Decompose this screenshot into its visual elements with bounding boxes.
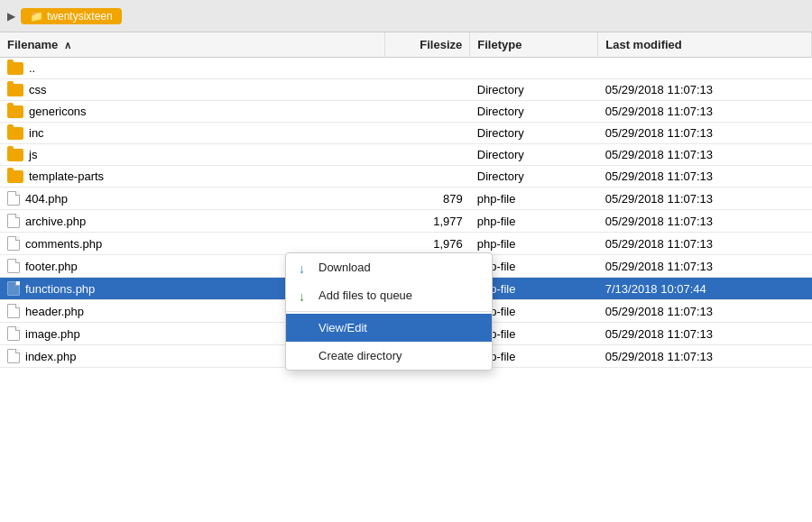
context-menu-label: View/Edit: [318, 321, 367, 334]
context-menu-item-view/edit[interactable]: View/Edit: [286, 314, 492, 342]
cell-lastmod: 05/29/2018 11:07:13: [598, 255, 812, 278]
filename-label: header.php: [25, 305, 84, 318]
cell-lastmod: 05/29/2018 11:07:13: [598, 123, 812, 144]
cell-lastmod: 05/29/2018 11:07:13: [598, 323, 812, 345]
file-icon: [7, 214, 20, 228]
filename-label: css: [29, 83, 47, 96]
cell-filesize: [384, 101, 470, 123]
file-icon: [7, 236, 20, 251]
cell-lastmod: 05/29/2018 11:07:13: [598, 166, 812, 188]
table-row[interactable]: archive.php 1,977 php-file 05/29/2018 11…: [0, 210, 812, 233]
col-filename[interactable]: Filename ∧: [0, 32, 384, 58]
cell-lastmod: 05/29/2018 11:07:13: [598, 300, 812, 323]
cell-filetype: php-file: [470, 210, 598, 233]
table-header-row: Filename ∧ Filesize Filetype Last modifi…: [0, 32, 812, 58]
folder-badge[interactable]: 📁 twentysixteen: [21, 8, 122, 24]
table-row[interactable]: js Directory 05/29/2018 11:07:13: [0, 144, 812, 166]
cell-lastmod: 05/29/2018 11:07:13: [598, 101, 812, 123]
table-row[interactable]: css Directory 05/29/2018 11:07:13: [0, 79, 812, 101]
filename-label: ..: [29, 61, 35, 75]
filename-label: footer.php: [25, 260, 78, 273]
cell-filesize: [384, 123, 470, 144]
cell-filename: template-parts: [0, 166, 384, 188]
cell-filesize: 1,976: [384, 233, 470, 255]
filename-label: js: [29, 148, 37, 161]
folder-name: twentysixteen: [47, 10, 113, 23]
context-menu: DownloadAdd files to queueView/EditCreat…: [285, 252, 493, 371]
table-row[interactable]: comments.php 1,976 php-file 05/29/2018 1…: [0, 233, 812, 255]
cell-filename: 404.php: [0, 188, 384, 210]
table-row[interactable]: ..: [0, 58, 812, 79]
file-icon: [7, 281, 20, 296]
cell-filetype: Directory: [470, 144, 598, 166]
context-menu-label: Add files to queue: [318, 288, 412, 302]
cell-lastmod: 05/29/2018 11:07:13: [598, 144, 812, 166]
filename-label: index.php: [25, 350, 76, 363]
cell-filesize: 1,977: [384, 210, 470, 233]
filename-label: functions.php: [25, 282, 95, 296]
context-menu-label: Create directory: [318, 349, 401, 362]
cell-filesize: [384, 58, 470, 79]
cell-filesize: [384, 79, 470, 101]
cell-filename: comments.php: [0, 233, 384, 255]
folder-icon: [7, 84, 23, 96]
cell-filesize: [384, 144, 470, 166]
folder-icon: [7, 62, 23, 75]
file-icon: [7, 326, 20, 341]
context-menu-item-add-files-to-queue[interactable]: Add files to queue: [286, 281, 492, 309]
table-row[interactable]: 404.php 879 php-file 05/29/2018 11:07:13: [0, 188, 812, 210]
context-menu-label: Download: [318, 261, 371, 274]
cell-filename: ..: [0, 58, 384, 79]
col-lastmod[interactable]: Last modified: [598, 32, 812, 58]
tree-arrow-icon: ▶: [7, 10, 15, 23]
filename-label: inc: [29, 126, 44, 140]
cell-filetype: Directory: [470, 79, 598, 101]
cell-filetype: Directory: [470, 123, 598, 144]
cell-filesize: [384, 166, 470, 188]
folder-icon: [7, 105, 23, 118]
cell-filesize: 879: [384, 188, 470, 210]
table-row[interactable]: inc Directory 05/29/2018 11:07:13: [0, 123, 812, 144]
filename-label: template-parts: [29, 169, 104, 183]
folder-icon: [7, 149, 23, 161]
cell-lastmod: [598, 58, 812, 79]
file-icon: [7, 259, 20, 273]
cell-filename: archive.php: [0, 210, 384, 233]
cell-lastmod: 05/29/2018 11:07:13: [598, 210, 812, 233]
filename-label: comments.php: [25, 237, 102, 251]
filename-label: 404.php: [25, 192, 68, 206]
table-row[interactable]: genericons Directory 05/29/2018 11:07:13: [0, 101, 812, 123]
filename-label: archive.php: [25, 215, 86, 228]
filename-label: genericons: [29, 105, 87, 118]
top-bar: ▶ 📁 twentysixteen: [0, 0, 812, 32]
cell-filetype: php-file: [470, 188, 598, 210]
filename-label: image.php: [25, 327, 80, 341]
cell-lastmod: 7/13/2018 10:07:44: [598, 278, 812, 300]
cell-filetype: php-file: [470, 233, 598, 255]
cell-filetype: Directory: [470, 166, 598, 188]
file-icon: [7, 191, 20, 206]
folder-icon: [7, 127, 23, 140]
cell-filetype: [470, 58, 598, 79]
table-row[interactable]: template-parts Directory 05/29/2018 11:0…: [0, 166, 812, 188]
sort-arrow-icon: ∧: [64, 40, 71, 50]
col-filetype[interactable]: Filetype: [470, 32, 598, 58]
cell-filename: css: [0, 79, 384, 101]
file-icon: [7, 349, 20, 363]
cell-filename: js: [0, 144, 384, 166]
cell-lastmod: 05/29/2018 11:07:13: [598, 233, 812, 255]
cell-filename: genericons: [0, 101, 384, 123]
cell-lastmod: 05/29/2018 11:07:13: [598, 188, 812, 210]
cell-filetype: Directory: [470, 101, 598, 123]
context-menu-item-create-directory[interactable]: Create directory: [286, 342, 492, 370]
file-browser-container: Filename ∧ Filesize Filetype Last modifi…: [0, 32, 812, 522]
context-menu-item-download[interactable]: Download: [286, 253, 492, 281]
cell-lastmod: 05/29/2018 11:07:13: [598, 345, 812, 368]
col-filesize[interactable]: Filesize: [384, 32, 470, 58]
folder-icon: [7, 170, 23, 183]
file-icon: [7, 304, 20, 318]
cell-lastmod: 05/29/2018 11:07:13: [598, 79, 812, 101]
folder-icon-small: 📁: [30, 10, 43, 23]
download-icon: [299, 261, 311, 274]
cell-filename: inc: [0, 123, 384, 144]
